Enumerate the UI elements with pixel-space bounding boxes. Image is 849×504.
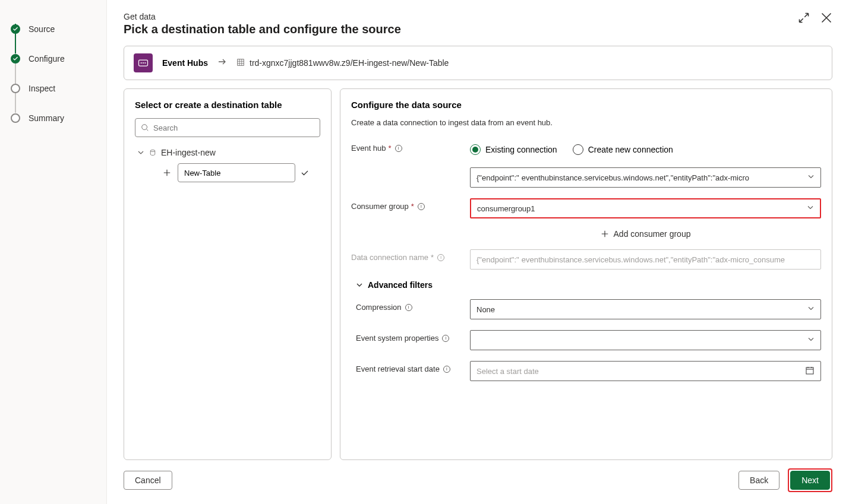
wizard-stepper: Source Configure Inspect Summary [0,0,107,504]
database-icon [149,149,156,156]
chevron-down-icon [807,305,815,314]
select-table-panel: Select or create a destination table EH-… [124,88,332,460]
right-panel-subtitle: Create a data connection to ingest data … [351,118,821,127]
step-label: Configure [29,54,65,64]
consumer-group-label: Consumer group*i [351,198,470,211]
data-connection-name-label: Data connection name *i [351,249,470,262]
step-label: Source [29,24,55,34]
existing-connection-radio[interactable]: Existing connection [470,144,557,155]
new-table-input[interactable] [178,163,295,182]
next-button-highlight: Next [788,468,832,492]
step-inspect[interactable]: Inspect [11,74,96,103]
svg-point-5 [142,125,147,130]
event-system-properties-select[interactable] [470,330,821,350]
table-icon [236,58,245,68]
svg-point-2 [143,62,144,64]
empty-circle-icon [11,84,20,93]
connection-select[interactable]: {"endpoint":" eventhubinstance.servicebu… [470,167,821,188]
plus-icon [601,230,609,238]
right-panel-title: Configure the data source [351,100,821,110]
footer: Cancel Back Next [124,460,832,504]
info-icon[interactable]: i [437,254,444,261]
destination-path: trd-xgnxc7jjgt881wwv8w.z9/EH-ingest-new/… [250,58,449,68]
search-icon [141,123,149,132]
info-icon[interactable]: i [395,145,402,152]
page-pretitle: Get data [124,12,401,21]
step-source[interactable]: Source [11,14,96,44]
svg-point-1 [141,62,142,64]
info-icon[interactable]: i [418,203,425,210]
info-icon[interactable]: i [442,335,449,342]
next-button[interactable]: Next [790,471,830,490]
event-hub-label: Event hub*i [351,140,470,153]
svg-rect-7 [806,367,813,374]
breadcrumb: Event Hubs trd-xgnxc7jjgt881wwv8w.z9/EH-… [124,46,832,80]
main-content: Get data Pick a destination table and co… [107,0,849,504]
svg-rect-4 [238,59,244,65]
close-icon[interactable] [820,12,832,24]
confirm-table-button[interactable] [300,168,310,177]
cancel-button[interactable]: Cancel [124,471,172,490]
arrow-right-icon [217,57,227,69]
start-date-picker[interactable]: Select a start date [470,361,821,381]
checkmark-icon [11,24,20,34]
info-icon[interactable]: i [443,366,450,373]
step-label: Summary [29,113,64,123]
step-label: Inspect [29,84,55,93]
tree-database-node[interactable]: EH-ingest-new [135,148,320,157]
radio-unselected-icon [573,144,583,155]
start-date-label: Event retrieval start datei [356,361,470,373]
consumer-group-select[interactable]: consumergroup1 [470,198,821,218]
checkmark-icon [11,54,20,64]
event-system-properties-label: Event system propertiesi [356,330,470,343]
configure-source-panel: Configure the data source Create a data … [340,88,832,460]
empty-circle-icon [11,113,20,123]
step-configure[interactable]: Configure [11,44,96,74]
expand-icon[interactable] [798,12,810,24]
chevron-down-icon [807,173,815,182]
search-input[interactable] [135,118,320,137]
event-hub-icon [134,53,153,72]
chevron-down-icon [137,149,144,156]
svg-point-6 [150,150,155,152]
svg-point-3 [144,62,146,64]
left-panel-title: Select or create a destination table [135,100,320,110]
info-icon[interactable]: i [405,304,412,311]
chevron-down-icon [807,204,814,213]
advanced-filters-toggle[interactable]: Advanced filters [356,280,821,290]
page-title: Pick a destination table and configure t… [124,23,401,36]
header-row: Get data Pick a destination table and co… [124,12,832,36]
chevron-down-icon [807,336,815,345]
data-connection-name-field: {"endpoint":" eventhubinstance.servicebu… [470,249,821,270]
back-button[interactable]: Back [738,471,779,490]
add-table-button[interactable] [161,167,173,179]
calendar-icon [805,366,815,377]
chevron-down-icon [356,281,363,289]
compression-select[interactable]: None [470,299,821,319]
create-new-connection-radio[interactable]: Create new connection [573,144,673,155]
source-name: Event Hubs [162,58,208,68]
step-summary[interactable]: Summary [11,103,96,133]
db-name: EH-ingest-new [161,148,216,157]
radio-selected-icon [470,144,481,155]
compression-label: Compressioni [356,299,470,312]
add-consumer-group-button[interactable]: Add consumer group [470,229,821,239]
